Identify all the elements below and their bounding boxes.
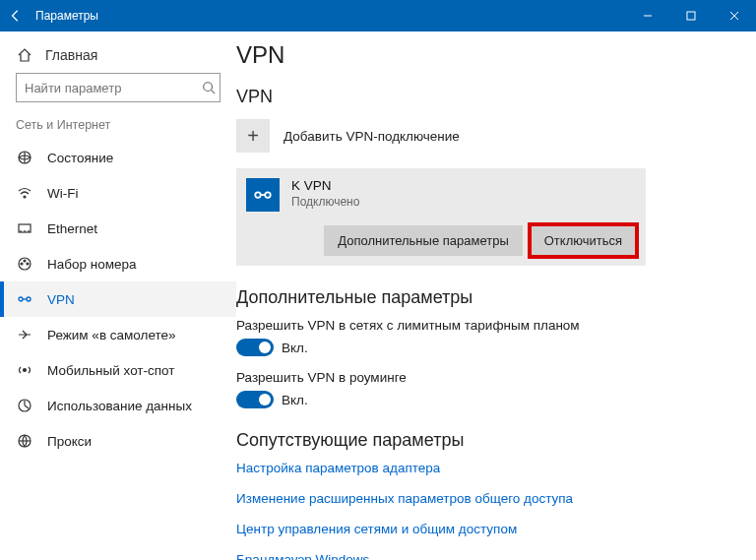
sidebar-item-label: Использование данных [47, 399, 192, 413]
home-icon [16, 47, 33, 63]
svg-point-4 [204, 83, 213, 92]
svg-point-8 [24, 196, 26, 198]
section-vpn-title: VPN [236, 87, 726, 107]
advanced-section-title: Дополнительные параметры [236, 287, 726, 308]
svg-point-24 [265, 192, 271, 198]
toggle-state-text: Вкл. [282, 341, 308, 355]
setting-label: Разрешить VPN в роуминге [236, 370, 726, 385]
content: VPN VPN + Добавить VPN-подключение K VPN… [236, 31, 756, 560]
sidebar-item-wifi[interactable]: Wi-Fi [0, 175, 236, 211]
link-adapter-settings[interactable]: Настройка параметров адаптера [236, 461, 726, 475]
link-firewall[interactable]: Брандмауэр Windows [236, 552, 726, 560]
link-network-center[interactable]: Центр управления сетями и общим доступом [236, 522, 726, 536]
sidebar-item-hotspot[interactable]: Мобильный хот-спот [0, 352, 236, 388]
ethernet-icon [16, 220, 33, 236]
sidebar-item-dialup[interactable]: Набор номера [0, 246, 236, 281]
sidebar-item-airplane[interactable]: Режим «в самолете» [0, 317, 236, 352]
home-link[interactable]: Главная [0, 43, 236, 73]
close-button[interactable] [713, 0, 756, 31]
advanced-options-button[interactable]: Дополнительные параметры [324, 225, 523, 256]
disconnect-button[interactable]: Отключиться [531, 225, 636, 256]
window-title: Параметры [32, 9, 626, 23]
back-button[interactable] [0, 0, 32, 31]
search-input[interactable] [17, 81, 198, 95]
sidebar-item-proxy[interactable]: Прокси [0, 423, 236, 459]
add-vpn-row[interactable]: + Добавить VPN-подключение [236, 119, 726, 153]
svg-point-15 [21, 263, 23, 265]
hotspot-icon [16, 362, 33, 378]
minimize-button[interactable] [626, 0, 669, 31]
add-vpn-label: Добавить VPN-подключение [284, 129, 460, 144]
link-advanced-sharing[interactable]: Изменение расширенных параметров общего … [236, 491, 726, 506]
vpn-connection-block[interactable]: K VPN Подключено Дополнительные параметр… [236, 168, 646, 266]
vpn-icon [16, 291, 33, 307]
maximize-button[interactable] [669, 0, 713, 31]
plus-icon: + [236, 119, 270, 153]
sidebar-item-ethernet[interactable]: Ethernet [0, 211, 236, 246]
search-field[interactable] [16, 73, 220, 102]
data-icon [16, 398, 33, 413]
sidebar-item-label: Набор номера [47, 257, 137, 272]
svg-point-17 [19, 297, 23, 301]
status-icon [16, 150, 33, 165]
svg-rect-1 [687, 12, 695, 20]
titlebar: Параметры [0, 0, 756, 31]
home-label: Главная [45, 47, 97, 63]
sidebar-group-title: Сеть и Интернет [0, 118, 236, 140]
dialup-icon [16, 256, 33, 272]
sidebar-item-label: Прокси [47, 434, 92, 449]
sidebar-item-vpn[interactable]: VPN [0, 281, 236, 317]
page-title: VPN [236, 37, 726, 69]
setting-label: Разрешить VPN в сетях с лимитным тарифны… [236, 318, 726, 333]
sidebar-item-label: Режим «в самолете» [47, 328, 176, 342]
sidebar: Главная Сеть и Интернет Состояние Wi-Fi [0, 31, 236, 560]
svg-point-14 [24, 260, 26, 262]
sidebar-item-label: VPN [47, 292, 75, 307]
metered-vpn-toggle[interactable] [236, 339, 274, 356]
sidebar-item-status[interactable]: Состояние [0, 140, 236, 175]
svg-point-20 [24, 369, 27, 372]
svg-point-18 [27, 297, 31, 301]
sidebar-item-label: Мобильный хот-спот [47, 363, 174, 378]
proxy-icon [16, 433, 33, 449]
svg-line-5 [212, 91, 216, 94]
svg-point-16 [27, 263, 29, 265]
airplane-icon [16, 327, 33, 342]
related-section-title: Сопутствующие параметры [236, 430, 726, 451]
roaming-vpn-toggle[interactable] [236, 391, 274, 408]
sidebar-item-data[interactable]: Использование данных [0, 388, 236, 423]
wifi-icon [16, 185, 33, 201]
sidebar-item-label: Ethernet [47, 221, 97, 236]
toggle-state-text: Вкл. [282, 393, 308, 407]
vpn-connection-status: Подключено [291, 195, 359, 210]
search-icon [198, 81, 220, 94]
sidebar-item-label: Состояние [47, 151, 113, 165]
vpn-connection-icon [246, 178, 280, 212]
vpn-connection-name: K VPN [291, 178, 359, 195]
svg-point-23 [255, 192, 261, 198]
nav-list: Состояние Wi-Fi Ethernet Набор номера VP… [0, 140, 236, 459]
sidebar-item-label: Wi-Fi [47, 186, 78, 201]
